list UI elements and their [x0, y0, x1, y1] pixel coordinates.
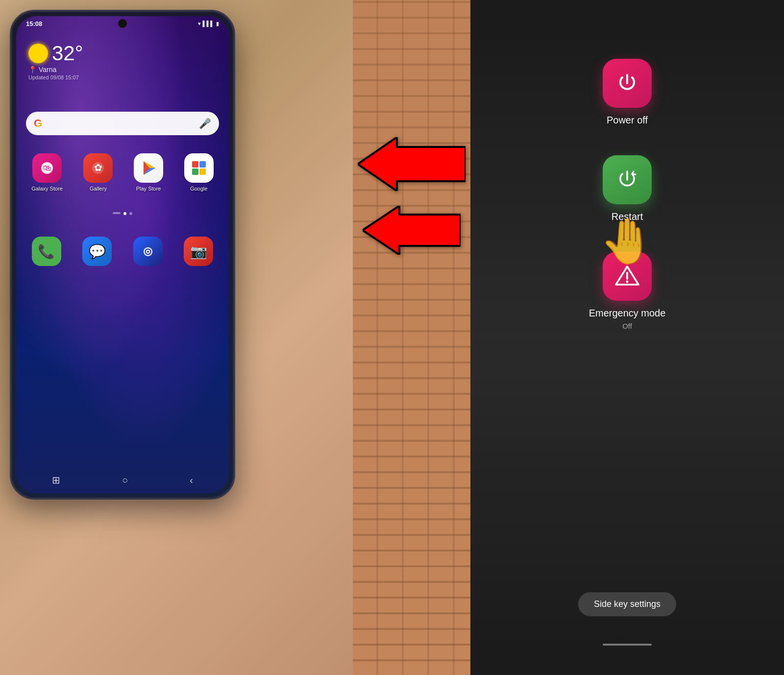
phone-section: 15:08 ▾ ▌▌▌ ▮ 32° 📍 Varna Updated 09/08 … — [0, 0, 353, 675]
power-menu-items: Power off Restart Emergenc — [470, 59, 784, 330]
status-icons: ▾ ▌▌▌ ▮ — [198, 21, 219, 27]
svg-point-16 — [626, 281, 629, 283]
emergency-mode-label: Emergency mode — [589, 308, 666, 319]
weather-updated: Updated 09/08 15:07 — [28, 74, 83, 80]
google-icon[interactable] — [184, 153, 214, 183]
search-bar[interactable]: G 🎤 — [26, 112, 219, 135]
side-key-settings-button[interactable]: Side key settings — [578, 592, 676, 616]
power-off-button[interactable] — [603, 59, 652, 108]
app-play-store[interactable]: Play Store — [134, 153, 163, 192]
gallery-label: Gallery — [90, 186, 107, 192]
restart-icon — [615, 168, 639, 192]
weather-widget: 32° 📍 Varna Updated 09/08 15:07 — [28, 43, 83, 80]
bottom-nav: ⊞ ○ ‹ — [21, 474, 224, 486]
dock-samsung-icon[interactable]: ◎ — [133, 237, 163, 266]
emergency-mode-sublabel: Off — [622, 322, 632, 330]
svg-rect-8 — [192, 161, 198, 168]
galaxy-store-icon[interactable]: 🛍 — [32, 153, 62, 183]
nav-recents[interactable]: ⊞ — [52, 474, 60, 486]
location-row: 📍 Varna — [28, 66, 83, 73]
app-icons-row: 🛍 Galaxy Store ✿ Gallery — [21, 153, 224, 192]
dock-phone-icon[interactable]: 📞 — [32, 237, 61, 266]
arrow-bottom — [363, 206, 461, 255]
wifi-icon: ▾ — [198, 21, 201, 27]
location-pin-icon: 📍 — [28, 66, 37, 73]
arrows-container — [363, 98, 461, 245]
page-dots — [113, 212, 132, 215]
page-dot-active — [123, 212, 126, 215]
temperature: 32° — [52, 43, 83, 64]
signal-icon: ▌▌▌ — [203, 21, 214, 26]
svg-rect-9 — [199, 161, 206, 168]
power-off-item[interactable]: Power off — [603, 59, 652, 126]
sun-icon — [28, 44, 48, 63]
mic-icon: 🎤 — [199, 118, 211, 129]
svg-rect-11 — [199, 169, 206, 175]
google-logo: G — [34, 117, 42, 130]
svg-text:✿: ✿ — [94, 162, 102, 173]
side-key-settings-label: Side key settings — [594, 599, 661, 609]
play-store-label: Play Store — [136, 186, 161, 192]
arrow-top — [358, 137, 466, 191]
dock-row: 📞 💬 ◎ 📷 — [21, 237, 224, 266]
status-time: 15:08 — [26, 20, 42, 27]
restart-button[interactable] — [603, 155, 652, 204]
svg-marker-12 — [358, 137, 466, 191]
google-label: Google — [190, 186, 207, 192]
nav-back[interactable]: ‹ — [190, 475, 193, 486]
power-off-label: Power off — [607, 115, 648, 126]
camera-notch — [118, 19, 127, 28]
middle-section — [353, 0, 470, 675]
play-store-icon[interactable] — [134, 153, 163, 183]
svg-rect-10 — [192, 169, 198, 175]
power-off-icon — [615, 71, 639, 96]
dock-camera-icon[interactable]: 📷 — [184, 237, 213, 266]
emergency-icon — [615, 264, 639, 289]
app-gallery[interactable]: ✿ Gallery — [83, 153, 113, 192]
page-dot-inactive — [129, 212, 132, 215]
nav-home[interactable]: ○ — [122, 475, 128, 486]
phone-screen: 15:08 ▾ ▌▌▌ ▮ 32° 📍 Varna Updated 09/08 … — [16, 16, 229, 493]
power-menu-section: Power off Restart Emergenc — [470, 0, 784, 675]
hand-cursor-icon: 🤚 — [600, 216, 655, 267]
svg-text:🛍: 🛍 — [43, 164, 51, 172]
restart-item[interactable]: Restart — [603, 155, 652, 222]
gallery-icon[interactable]: ✿ — [83, 153, 113, 183]
galaxy-store-label: Galaxy Store — [31, 186, 63, 192]
bottom-indicator-line — [603, 644, 652, 646]
app-galaxy-store[interactable]: 🛍 Galaxy Store — [31, 153, 63, 192]
battery-icon: ▮ — [216, 21, 219, 27]
svg-marker-13 — [363, 206, 461, 255]
app-google[interactable]: Google — [184, 153, 214, 192]
page-dot-lines — [113, 212, 121, 214]
dock-messages-icon[interactable]: 💬 — [82, 237, 112, 266]
phone-device: 15:08 ▾ ▌▌▌ ▮ 32° 📍 Varna Updated 09/08 … — [10, 10, 235, 500]
location-name: Varna — [39, 66, 56, 73]
